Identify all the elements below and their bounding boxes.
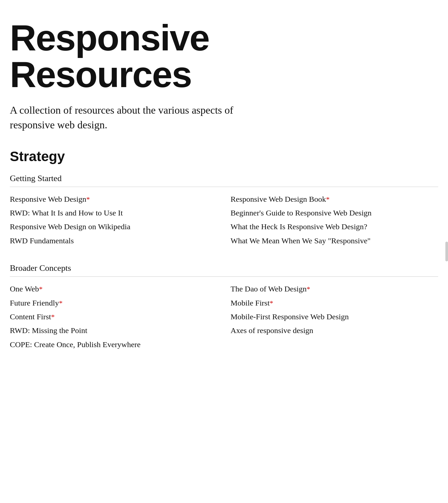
divider-getting-started	[10, 187, 438, 187]
link-rwd-missing-the-point[interactable]: RWD: Missing the Point	[10, 324, 217, 337]
link-mobile-first-rwd[interactable]: Mobile-First Responsive Web Design	[231, 310, 438, 323]
link-cope[interactable]: COPE: Create Once, Publish Everywhere	[10, 338, 217, 351]
asterisk: *	[307, 285, 310, 293]
strategy-section: Strategy Getting Started Responsive Web …	[10, 149, 438, 351]
asterisk: *	[326, 195, 330, 203]
link-future-friendly[interactable]: Future Friendly*	[10, 297, 217, 309]
link-what-the-heck[interactable]: What the Heck Is Responsive Web Design?	[231, 220, 438, 233]
link-rwd-book[interactable]: Responsive Web Design Book*	[231, 193, 438, 205]
divider-broader-concepts	[10, 276, 438, 277]
link-rwd-wikipedia[interactable]: Responsive Web Design on Wikipedia	[10, 220, 217, 233]
asterisk: *	[86, 195, 90, 203]
asterisk: *	[270, 299, 273, 307]
subsection-title-broader-concepts: Broader Concepts	[10, 263, 438, 273]
link-axes-of-responsive[interactable]: Axes of responsive design	[231, 324, 438, 337]
asterisk: *	[51, 313, 55, 321]
link-one-web[interactable]: One Web*	[10, 283, 217, 295]
subsection-getting-started: Getting Started Responsive Web Design* R…	[10, 174, 438, 247]
link-dao-of-web-design[interactable]: The Dao of Web Design*	[231, 283, 438, 295]
link-rwd-what-it-is[interactable]: RWD: What It Is and How to Use It	[10, 207, 217, 219]
asterisk: *	[59, 299, 63, 307]
page-subtitle: A collection of resources about the vari…	[10, 103, 278, 132]
link-what-we-mean[interactable]: What We Mean When We Say "Responsive"	[231, 234, 438, 247]
broader-concepts-grid: One Web* The Dao of Web Design* Future F…	[10, 283, 438, 351]
link-responsive-web-design[interactable]: Responsive Web Design*	[10, 193, 217, 205]
section-heading-strategy: Strategy	[10, 149, 438, 164]
page-title: Responsive Resources	[10, 20, 438, 93]
link-content-first[interactable]: Content First*	[10, 310, 217, 323]
subsection-broader-concepts: Broader Concepts One Web* The Dao of Web…	[10, 263, 438, 351]
scrollbar[interactable]	[445, 242, 448, 261]
getting-started-grid: Responsive Web Design* Responsive Web De…	[10, 193, 438, 247]
asterisk: *	[39, 285, 43, 293]
link-rwd-fundamentals[interactable]: RWD Fundamentals	[10, 234, 217, 247]
link-mobile-first[interactable]: Mobile First*	[231, 297, 438, 309]
subsection-title-getting-started: Getting Started	[10, 174, 438, 183]
link-beginners-guide[interactable]: Beginner's Guide to Responsive Web Desig…	[231, 207, 438, 219]
